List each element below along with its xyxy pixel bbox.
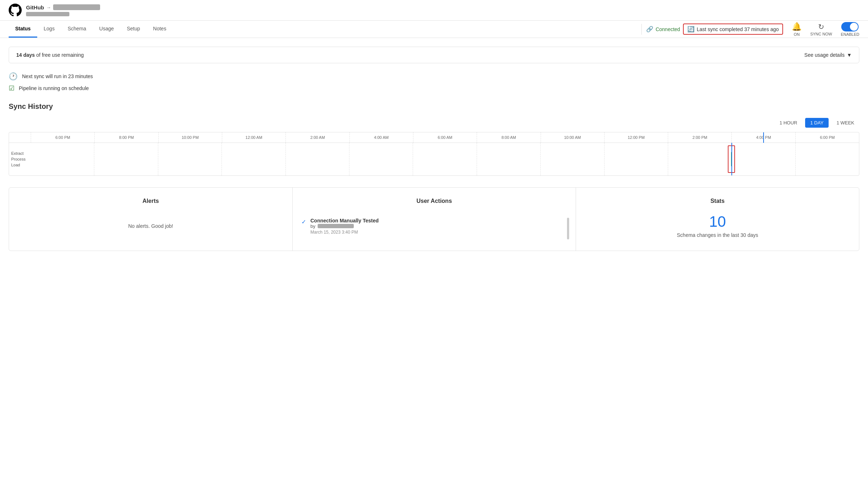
nav-status: 🔗 Connected 🔄 Last sync completed 37 min…	[646, 21, 783, 38]
time-2pm: 2:00 PM	[668, 132, 731, 142]
header-name-blurred	[53, 4, 100, 10]
chevron-down-icon: ▼	[847, 52, 852, 58]
sync-now-area[interactable]: ↻ SYNC NOW	[810, 22, 832, 36]
col-9	[604, 143, 668, 175]
y-extract: Extract	[11, 151, 29, 156]
toggle-knob	[850, 23, 858, 31]
header-brand-title: GitHub →	[26, 4, 100, 10]
bottom-panels: Alerts No alerts. Good job! User Actions…	[9, 187, 859, 251]
sync-info-box: 🔄 Last sync completed 37 minutes ago	[683, 24, 783, 35]
check-calendar-icon: ☑	[9, 84, 14, 92]
tab-usage[interactable]: Usage	[93, 21, 120, 38]
time-btn-1week[interactable]: 1 WEEK	[832, 118, 859, 128]
tab-logs[interactable]: Logs	[37, 21, 61, 38]
alerts-content: No alerts. Good job!	[18, 212, 284, 240]
stats-panel: Stats 10 Schema changes in the last 30 d…	[576, 188, 859, 251]
y-load: Load	[11, 163, 29, 167]
col-11	[731, 143, 795, 175]
banner-days: 14 days	[16, 52, 35, 58]
chart-time-row: 6:00 PM 8:00 PM 10:00 PM 12:00 AM 2:00 A…	[9, 132, 859, 143]
pipeline-row: ☑ Pipeline is running on schedule	[9, 84, 859, 92]
time-10am: 10:00 AM	[541, 132, 604, 142]
sync-now-label: SYNC NOW	[810, 32, 832, 36]
nav-divider	[641, 24, 642, 35]
col-8	[540, 143, 604, 175]
time-6am: 6:00 AM	[413, 132, 477, 142]
time-8pm: 8:00 PM	[94, 132, 158, 142]
refresh-icon: ↻	[818, 22, 824, 31]
time-6pm: 6:00 PM	[31, 132, 94, 142]
status-info: 🕐 Next sync will run in 23 minutes ☑ Pip…	[9, 72, 859, 92]
action-title: Connection Manually Tested	[310, 218, 379, 224]
sync-history-title: Sync History	[9, 102, 859, 111]
sync-chart: 6:00 PM 8:00 PM 10:00 PM 12:00 AM 2:00 A…	[9, 132, 859, 176]
time-8am: 8:00 AM	[477, 132, 540, 142]
banner-text: 14 days of free use remaining	[16, 52, 84, 58]
time-4pm: 4:00 PM	[731, 132, 795, 142]
col-5	[349, 143, 413, 175]
y-process: Process	[11, 157, 29, 161]
col-0	[31, 143, 94, 175]
col-2	[158, 143, 222, 175]
connected-icon: 🔗	[646, 26, 653, 33]
github-logo	[9, 4, 22, 17]
header-arrow: →	[46, 5, 51, 10]
connected-label: Connected	[656, 26, 680, 32]
chart-time-cells: 6:00 PM 8:00 PM 10:00 PM 12:00 AM 2:00 A…	[31, 132, 859, 142]
see-usage-details-link[interactable]: See usage details ▼	[804, 52, 852, 58]
clock-icon: 🕐	[9, 72, 18, 81]
toggle-area: ENABLED	[841, 22, 859, 37]
time-range-selector: 1 HOUR 1 DAY 1 WEEK	[9, 118, 859, 128]
bell-icon[interactable]: 🔔	[792, 22, 802, 31]
scrollbar[interactable]	[567, 218, 569, 239]
time-2am: 2:00 AM	[285, 132, 349, 142]
action-details: Connection Manually Tested by March 15, …	[310, 218, 379, 235]
current-time-line	[763, 132, 764, 143]
col-1	[94, 143, 158, 175]
tab-status[interactable]: Status	[9, 21, 37, 38]
bell-area: 🔔 ON	[792, 22, 802, 37]
header-brand: GitHub →	[26, 4, 100, 16]
header: GitHub →	[0, 0, 868, 21]
sync-info-text: Last sync completed 37 minutes ago	[697, 26, 779, 32]
col-7	[477, 143, 540, 175]
time-btn-1hour[interactable]: 1 HOUR	[774, 118, 802, 128]
next-sync-row: 🕐 Next sync will run in 23 minutes	[9, 72, 859, 81]
action-date: March 15, 2023 3:40 PM	[310, 230, 379, 235]
chart-body: Extract Process Load	[9, 143, 859, 175]
stat-number: 10	[709, 214, 726, 229]
tab-setup[interactable]: Setup	[120, 21, 147, 38]
user-actions-scroll: ✓ Connection Manually Tested by March 15…	[301, 218, 567, 235]
on-label: ON	[794, 32, 800, 37]
col-3	[222, 143, 285, 175]
time-btn-1day[interactable]: 1 DAY	[805, 118, 829, 128]
brand-name: GitHub	[26, 4, 44, 10]
enabled-label: ENABLED	[841, 32, 859, 37]
banner-text-suffix: of free use remaining	[36, 52, 84, 58]
stats-title: Stats	[585, 198, 850, 204]
sync-history-section: Sync History 1 HOUR 1 DAY 1 WEEK 6:00 PM…	[9, 102, 859, 176]
time-12am: 12:00 AM	[222, 132, 285, 142]
tab-schema[interactable]: Schema	[61, 21, 93, 38]
chart-plot-area	[31, 143, 859, 175]
free-use-banner: 14 days of free use remaining See usage …	[9, 47, 859, 63]
nav: Status Logs Schema Usage Setup Notes 🔗 C…	[0, 21, 868, 38]
tab-notes[interactable]: Notes	[147, 21, 173, 38]
time-12pm: 12:00 PM	[604, 132, 668, 142]
user-actions-panel: User Actions ✓ Connection Manually Teste…	[292, 188, 576, 251]
connected-badge: 🔗 Connected	[646, 26, 680, 33]
col-10	[668, 143, 731, 175]
nav-actions: 🔔 ON ↻ SYNC NOW ENABLED	[792, 22, 859, 37]
nav-tabs: Status Logs Schema Usage Setup Notes	[9, 21, 637, 38]
alerts-title: Alerts	[18, 198, 284, 204]
enabled-toggle[interactable]	[841, 22, 859, 31]
header-brand-sub	[26, 12, 69, 16]
col-6	[413, 143, 476, 175]
col-4	[285, 143, 349, 175]
main-content: 14 days of free use remaining See usage …	[0, 38, 868, 260]
action-by: by	[310, 224, 379, 229]
action-by-prefix: by	[310, 224, 315, 229]
action-check-icon: ✓	[301, 218, 306, 225]
stats-content: 10 Schema changes in the last 30 days	[585, 212, 850, 240]
time-10pm: 10:00 PM	[158, 132, 222, 142]
